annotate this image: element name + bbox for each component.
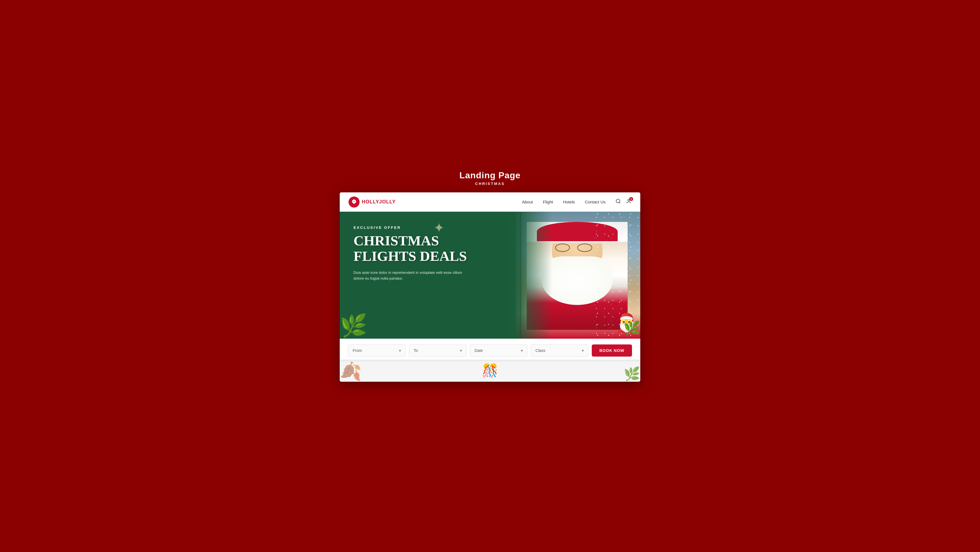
hero-title-line1: CHRISTMAS [353, 233, 439, 248]
class-select[interactable]: Class Economy Business First Class [531, 344, 589, 357]
svg-line-1 [619, 202, 620, 203]
class-dropdown-container: Class Economy Business First Class ▼ [531, 344, 589, 357]
date-dropdown-container: Date Dec 24 Dec 25 Dec 26 Jan 1 ▼ [470, 344, 528, 357]
page-subtitle: CHRISTMAS [460, 182, 520, 186]
to-select[interactable]: To New York London Paris Tokyo [409, 344, 466, 357]
logo-icon [348, 196, 360, 207]
holly-left-decoration: 🌿 [340, 313, 367, 339]
bottom-berry-decoration: 🎊 [482, 363, 498, 378]
browser-frame: HOLLYJOLLY About Flight Hotels Contact U… [340, 192, 640, 382]
date-select[interactable]: Date Dec 24 Dec 25 Dec 26 Jan 1 [470, 344, 528, 357]
hero-title-line2: FLIGHTS DEALS [353, 248, 467, 264]
search-button[interactable] [616, 198, 621, 205]
nav-links: About Flight Hotels Contact Us [522, 199, 606, 204]
hero-description: Duis aute irure dolor in reprehenderit i… [353, 270, 469, 282]
hero-right: 🎅 🌿 [514, 212, 640, 339]
exclusive-offer-label: EXCLUSIVE OFFER [353, 225, 503, 230]
notification-badge: 2 [629, 197, 633, 201]
holly-right-decoration: 🌿 [624, 321, 640, 336]
logo-area[interactable]: HOLLYJOLLY [348, 196, 396, 207]
from-select[interactable]: From New York London Paris Tokyo [348, 344, 406, 357]
nav-contact[interactable]: Contact Us [585, 199, 606, 204]
svg-point-0 [616, 199, 620, 203]
hero-section: EXCLUSIVE OFFER ✦ CHRISTMAS FLIGHTS DEAL… [340, 212, 640, 339]
page-header: Landing Page CHRISTMAS [460, 170, 520, 186]
hero-overlay [514, 212, 552, 339]
book-now-button[interactable]: BOOK NOW [592, 345, 632, 357]
profile-button[interactable]: 2 [626, 198, 632, 205]
search-icon [616, 198, 621, 204]
search-section: From New York London Paris Tokyo ▼ To Ne… [340, 339, 640, 360]
logo-text: HOLLYJOLLY [362, 199, 396, 205]
bottom-holly-right: 🌿 [624, 366, 640, 382]
nav-icons: 2 [616, 198, 632, 205]
hero-left: EXCLUSIVE OFFER ✦ CHRISTMAS FLIGHTS DEAL… [340, 212, 514, 339]
nav-flight[interactable]: Flight [543, 199, 553, 204]
bottom-decoration: 🍂 🎊 🌿 [340, 360, 640, 382]
page-title: Landing Page [460, 170, 520, 180]
hero-title: CHRISTMAS FLIGHTS DEALS [353, 233, 503, 264]
star-decoration: ✦ [433, 220, 444, 235]
from-dropdown-container: From New York London Paris Tokyo ▼ [348, 344, 406, 357]
navbar: HOLLYJOLLY About Flight Hotels Contact U… [340, 192, 640, 212]
to-dropdown-container: To New York London Paris Tokyo ▼ [409, 344, 466, 357]
nav-about[interactable]: About [522, 199, 533, 204]
bottom-holly-left: 🍂 [340, 361, 362, 382]
nav-hotels[interactable]: Hotels [563, 199, 575, 204]
